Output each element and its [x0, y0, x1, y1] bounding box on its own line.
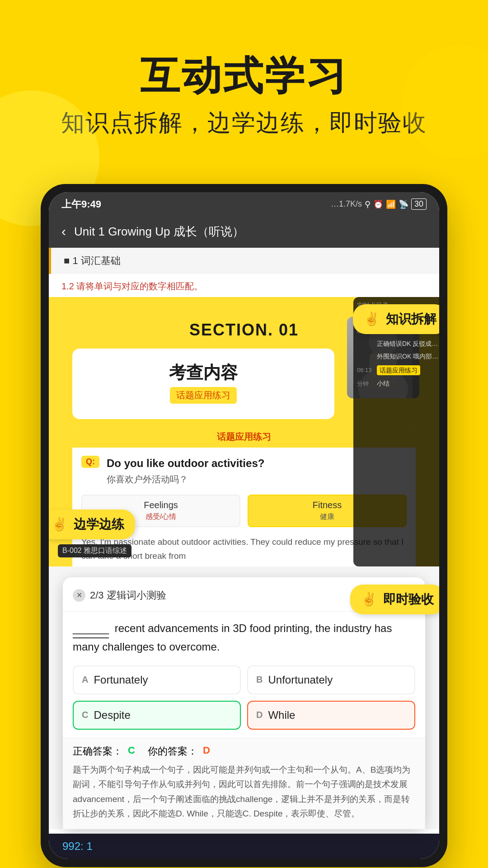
answer-section: 正确答案： C 你的答案： D 题干为两个句子构成一个句子，因此可能是并列句或一…: [63, 738, 425, 829]
sub-title: 知识点拆解，边学边练，即时验收: [27, 107, 461, 139]
question-text-en: Do you like outdoor activities?: [107, 456, 264, 471]
quiz-close-area: ✕ 2/3 逻辑词小测验: [73, 589, 166, 602]
correct-answer-value: C: [128, 745, 135, 758]
subsection-text: 1.2 请将单词与对应的数字相匹配。: [49, 274, 439, 297]
answer-line: 正确答案： C 你的答案： D: [73, 745, 415, 758]
bluetooth-icon: ⚲: [365, 199, 371, 209]
section-label-text: ■ 1 词汇基础: [64, 254, 121, 268]
status-bar: 上午9:49 …1.7K/s ⚲ ⏰ 📶 📡 30: [49, 192, 439, 216]
option-letter-d: D: [256, 710, 263, 720]
option-text-b: Unfortunately: [268, 674, 333, 686]
bottom-bar: 992: 1: [49, 834, 439, 859]
quiz-section: ✕ 2/3 逻辑词小测验 下一题 ______ recent advanceme…: [49, 566, 439, 829]
content-box: 考查内容 话题应用练习: [72, 349, 334, 419]
quiz-option-d[interactable]: D While: [247, 701, 415, 730]
header-section: 互动式学习 知识点拆解，边学边练，即时验收: [0, 0, 488, 157]
phone-screen: 上午9:49 …1.7K/s ⚲ ⏰ 📶 📡 30 ‹ Unit 1 Growi…: [49, 192, 439, 859]
battery-icon: 30: [411, 198, 427, 210]
bottom-count: 992: 1: [62, 840, 93, 853]
page-background: 互动式学习 知识点拆解，边学边练，即时验收 上午9:49 …1.7K/s ⚲ ⏰…: [0, 0, 488, 868]
alarm-icon: ⏰: [373, 199, 383, 209]
right-panel: 实时点目录 01:15 逻辑架构法则 02:40 细节——精精要…: [353, 297, 439, 566]
quiz-question: ______ recent advancements in 3D food pr…: [63, 612, 425, 662]
nav-title: Unit 1 Growing Up 成长（听说）: [74, 224, 244, 240]
b-label: B-002 雅思口语综述: [58, 544, 131, 557]
knowledge-bubble: ✌️ 知识拆解: [353, 304, 439, 334]
nav-bar: ‹ Unit 1 Growing Up 成长（听说）: [49, 216, 439, 248]
verify-deco-icon: ✌️: [361, 592, 377, 606]
blank-placeholder: ______: [73, 620, 109, 638]
right-panel-item-5[interactable]: 06:13 话题应用练习: [357, 365, 439, 375]
wifi-icon: 📡: [399, 199, 408, 209]
network-speed: …1.7K/s: [331, 199, 362, 209]
quiz-option-c[interactable]: C Despite: [73, 701, 241, 730]
question-text-cn: 你喜欢户外活动吗？: [107, 473, 264, 486]
option-letter-b: B: [256, 675, 263, 685]
your-answer-value: D: [203, 745, 210, 758]
quiz-progress: 2/3 逻辑词小测验: [90, 589, 166, 602]
question-body: recent advancements in 3D food printing,…: [73, 622, 392, 652]
answer-explanation: 题干为两个句子构成一个句子，因此可能是并列句或一个主句和一个从句。A、B选项均为…: [73, 763, 415, 821]
deco-hand-icon: ✌️: [364, 312, 380, 326]
quiz-option-b[interactable]: B Unfortunately: [247, 665, 415, 694]
tag-pill: 话题应用练习: [170, 387, 237, 404]
correct-answer-label: 正确答案：: [73, 745, 122, 758]
study-bubble-text: 边学边练: [74, 517, 124, 531]
back-button[interactable]: ‹: [61, 224, 66, 239]
knowledge-bubble-text: 知识拆解: [386, 312, 436, 326]
right-panel-item-4: 外围知识OK 哦内部…: [357, 352, 439, 360]
option-text-a: Fortunately: [94, 674, 148, 686]
right-panel-item-3: 正确错误DK 反驳成…: [357, 340, 439, 348]
study-bubble: ✌️ 边学边练: [49, 509, 135, 539]
verify-bubble: ✌️ 即时验收: [350, 585, 439, 614]
cards-area: ✌️ 知识拆解 SECTION. 01: [49, 297, 439, 566]
practice-header-label: 话题应用练习: [217, 432, 271, 442]
phone-mockup: 上午9:49 …1.7K/s ⚲ ⏰ 📶 📡 30 ‹ Unit 1 Growi…: [41, 184, 447, 867]
option-letter-a: A: [82, 675, 88, 685]
content-box-title: 考查内容: [83, 361, 324, 384]
status-icons: …1.7K/s ⚲ ⏰ 📶 📡 30: [331, 198, 427, 210]
quiz-overlay: ✕ 2/3 逻辑词小测验 下一题 ______ recent advanceme…: [63, 577, 425, 829]
phone-mockup-wrapper: 上午9:49 …1.7K/s ⚲ ⏰ 📶 📡 30 ‹ Unit 1 Growi…: [41, 184, 447, 867]
signal-bars-icon: 📶: [386, 199, 396, 209]
option-text-c: Despite: [94, 709, 130, 722]
right-panel-item-6: 分钟 小结: [357, 380, 439, 388]
verify-bubble-text: 即时验收: [383, 592, 434, 606]
section-label: ■ 1 词汇基础: [49, 248, 439, 274]
option-letter-c: C: [82, 710, 88, 720]
q-icon: Q:: [81, 456, 99, 468]
status-time: 上午9:49: [61, 198, 101, 211]
quiz-options-grid: A Fortunately B Unfortunately C Despite: [63, 662, 425, 738]
close-button[interactable]: ✕: [73, 589, 85, 602]
main-title: 互动式学习: [27, 54, 461, 98]
quiz-option-a[interactable]: A Fortunately: [73, 665, 241, 694]
your-answer-label: 你的答案：: [148, 745, 197, 758]
option-text-d: While: [268, 709, 295, 722]
study-deco-icon: ✌️: [52, 517, 67, 531]
